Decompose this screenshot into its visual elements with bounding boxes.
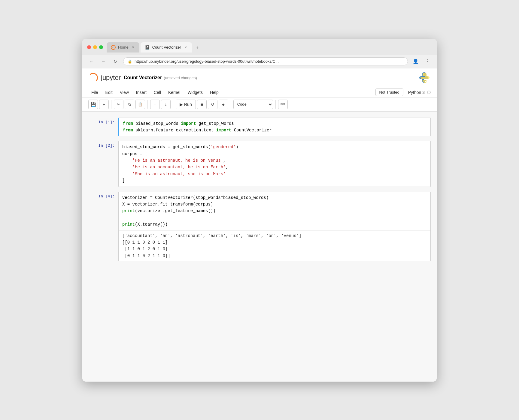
cell-2-prompt: In [2]: — [88, 141, 118, 150]
menu-help[interactable]: Help — [207, 88, 222, 96]
cell-1-prompt: In [1]: — [88, 118, 118, 127]
unsaved-label: (unsaved changes) — [164, 76, 197, 80]
minimize-button[interactable] — [93, 45, 97, 49]
tab-notebook-label: Count Vectorizer — [152, 45, 181, 50]
menu-file[interactable]: File — [88, 88, 101, 96]
profile-button[interactable]: 👤 — [411, 57, 420, 66]
menu-kernel[interactable]: Kernel — [165, 88, 183, 96]
address-text: https://hub.mybinder.org/user/gregology-… — [135, 59, 279, 64]
cell-2-body[interactable]: biased_stop_words = get_stop_words('gend… — [118, 141, 431, 187]
run-label: Run — [184, 102, 192, 107]
reload-button[interactable]: ↻ — [111, 57, 120, 66]
toolbar-separator-2 — [147, 100, 148, 109]
cell-3-body[interactable]: vectorizer = CountVectorizer(stop_words=… — [118, 192, 431, 262]
kernel-info: Python 3 — [408, 90, 431, 95]
cell-3-input[interactable]: vectorizer = CountVectorizer(stop_words=… — [119, 192, 430, 230]
move-down-button[interactable]: ↓ — [161, 100, 171, 109]
tab-home-label: Home — [118, 45, 129, 50]
forward-button[interactable]: → — [99, 57, 108, 66]
restart-button[interactable]: ↺ — [208, 100, 217, 109]
cell-2-input[interactable]: biased_stop_words = get_stop_words('gend… — [119, 141, 430, 186]
jupyter-tab-icon: 📓 — [145, 45, 150, 50]
menu-bar: File Edit View Insert Cell Kernel Widget… — [82, 87, 437, 98]
add-cell-button[interactable]: + — [99, 100, 109, 109]
cell-1-container: In [1]: from biased_stop_words import ge… — [88, 118, 431, 136]
cell-1-body[interactable]: from biased_stop_words import get_stop_w… — [118, 118, 431, 136]
cell-2: In [2]: biased_stop_words = get_stop_wor… — [88, 141, 431, 187]
menu-insert[interactable]: Insert — [133, 88, 150, 96]
python-logo-icon — [418, 71, 431, 84]
cell-3: In [4]: vectorizer = CountVectorizer(sto… — [88, 192, 431, 262]
menu-cell[interactable]: Cell — [151, 88, 164, 96]
traffic-lights — [87, 45, 103, 49]
toolbar-separator-5 — [275, 100, 276, 109]
lock-icon: 🔒 — [128, 59, 132, 64]
svg-point-0 — [111, 45, 115, 50]
restart-run-button[interactable]: ⏭ — [219, 100, 228, 109]
kernel-label: Python 3 — [408, 90, 425, 95]
back-button[interactable]: ← — [87, 57, 96, 66]
stop-button[interactable]: ■ — [197, 100, 207, 109]
toolbar-separator-3 — [173, 100, 173, 109]
cell-type-select[interactable]: Code Markdown Raw NBConvert — [233, 100, 273, 109]
browser-menu-button[interactable]: ⋮ — [423, 57, 432, 66]
notebook-title: Count Vectorizer(unsaved changes) — [124, 75, 197, 80]
jupyter-header: jupyter Count Vectorizer(unsaved changes… — [82, 68, 437, 87]
not-trusted-button[interactable]: Not Trusted — [375, 88, 403, 96]
cut-button[interactable]: ✂ — [114, 100, 123, 109]
new-tab-button[interactable]: + — [193, 44, 202, 52]
toolbar-separator-4 — [231, 100, 231, 109]
kernel-status-icon — [427, 91, 431, 94]
tab-notebook[interactable]: 📓 Count Vectorizer ✕ — [141, 42, 192, 52]
notebook-area: In [1]: from biased_stop_words import ge… — [82, 112, 437, 382]
maximize-button[interactable] — [99, 45, 103, 49]
menu-edit[interactable]: Edit — [102, 88, 116, 96]
title-bar-top: Home ✕ 📓 Count Vectorizer ✕ + — [87, 42, 432, 52]
tab-notebook-close[interactable]: ✕ — [184, 45, 188, 50]
menu-widgets[interactable]: Widgets — [184, 88, 206, 96]
cell-2-container: In [2]: biased_stop_words = get_stop_wor… — [88, 141, 431, 187]
tabs-row: Home ✕ 📓 Count Vectorizer ✕ + — [107, 42, 432, 52]
close-button[interactable] — [87, 45, 91, 49]
run-button[interactable]: ▶ Run — [176, 100, 196, 109]
notebook-name: Count Vectorizer — [124, 75, 162, 80]
cell-1-input[interactable]: from biased_stop_words import get_stop_w… — [119, 118, 430, 136]
cell-1: In [1]: from biased_stop_words import ge… — [88, 118, 431, 136]
tab-home[interactable]: Home ✕ — [107, 42, 139, 52]
address-input-container[interactable]: 🔒 https://hub.mybinder.org/user/gregolog… — [123, 57, 408, 65]
address-bar: ← → ↻ 🔒 https://hub.mybinder.org/user/gr… — [82, 55, 437, 68]
jupyter-wordmark: jupyter — [101, 74, 121, 82]
cell-3-container: In [4]: vectorizer = CountVectorizer(sto… — [88, 192, 431, 262]
jupyter-logo: jupyter Count Vectorizer(unsaved changes… — [88, 73, 197, 82]
home-icon — [111, 45, 116, 50]
title-bar: Home ✕ 📓 Count Vectorizer ✕ + — [82, 39, 437, 55]
toolbar: 💾 + ✂ ⧉ 📋 ↑ ↓ ▶ Run ■ ↺ ⏭ Code Markdown … — [82, 98, 437, 112]
svg-point-2 — [425, 81, 426, 82]
run-icon: ▶ — [180, 102, 183, 107]
cell-3-output: ['accountant', 'an', 'astronaut', 'earth… — [119, 230, 430, 261]
save-button[interactable]: 💾 — [88, 100, 98, 109]
menu-view[interactable]: View — [117, 88, 132, 96]
paste-button[interactable]: 📋 — [135, 100, 145, 109]
tab-home-close[interactable]: ✕ — [131, 45, 135, 50]
cell-3-prompt: In [4]: — [88, 192, 118, 201]
browser-window: Home ✕ 📓 Count Vectorizer ✕ + ← → ↻ 🔒 ht… — [82, 39, 437, 382]
jupyter-spinner-icon — [88, 73, 98, 82]
toolbar-separator-1 — [111, 100, 111, 109]
copy-button[interactable]: ⧉ — [125, 100, 134, 109]
keyboard-shortcuts-button[interactable]: ⌨ — [278, 100, 288, 109]
move-up-button[interactable]: ↑ — [150, 100, 160, 109]
